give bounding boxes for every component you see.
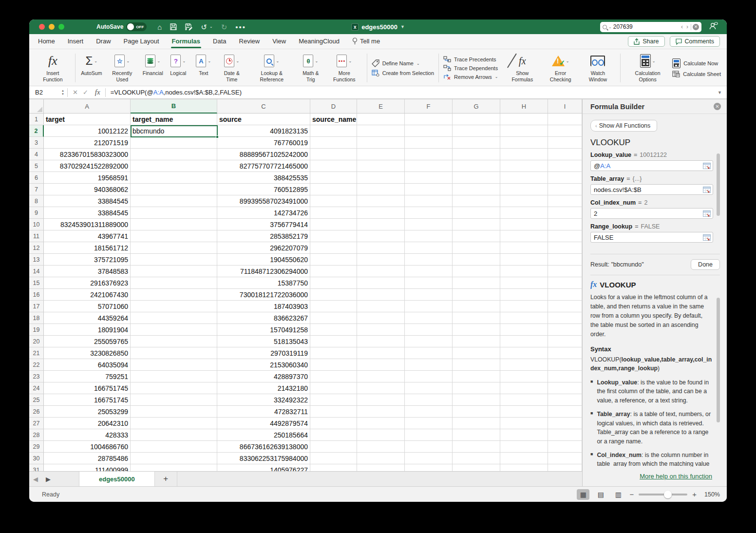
cell-I31[interactable] <box>548 464 582 471</box>
cell-B12[interactable] <box>131 242 217 254</box>
cell-A20[interactable]: 255059765 <box>44 336 131 347</box>
cell-E30[interactable] <box>357 453 405 464</box>
cell-B19[interactable] <box>131 324 217 336</box>
define-name-button[interactable]: Define Name⌄ <box>372 59 434 67</box>
cell-A10[interactable]: 832453901311889000 <box>44 219 131 230</box>
spreadsheet-grid[interactable]: ABCDEFGHI1targettarget_namesourcesource_… <box>29 99 582 471</box>
cell-B15[interactable] <box>131 277 217 289</box>
cell-A26[interactable]: 25053299 <box>44 406 131 418</box>
arg-input-table_array[interactable]: nodes.csv!$A:$B <box>590 184 713 195</box>
cell-A17[interactable]: 57071060 <box>44 301 131 312</box>
cell-D3[interactable] <box>310 137 357 149</box>
more-help-link[interactable]: More help on this function <box>640 473 712 480</box>
name-box-stepper[interactable]: ▲▼ <box>61 89 64 95</box>
watch-window-button[interactable]: Watch Window <box>579 51 617 84</box>
range-selector-icon[interactable] <box>703 210 711 217</box>
row-header-25[interactable]: 25 <box>29 394 44 406</box>
cell-A4[interactable]: 823367015830323000 <box>44 149 131 160</box>
cell-E25[interactable] <box>357 394 405 406</box>
cell-D15[interactable] <box>310 277 357 289</box>
search-input[interactable] <box>613 23 679 30</box>
cell-C16[interactable]: 730018121722036000 <box>217 289 310 301</box>
cell-F27[interactable] <box>405 418 453 429</box>
row-header-9[interactable]: 9 <box>29 207 44 219</box>
cell-B20[interactable] <box>131 336 217 347</box>
tab-data[interactable]: Data <box>213 35 226 48</box>
cell-A28[interactable]: 428333 <box>44 429 131 441</box>
cell-C15[interactable]: 15387750 <box>217 277 310 289</box>
row-header-20[interactable]: 20 <box>29 336 44 347</box>
search-clear-button[interactable]: ✕ <box>693 24 699 30</box>
args-scrollbar-thumb[interactable] <box>717 153 720 216</box>
cell-G27[interactable] <box>453 418 500 429</box>
cell-A2[interactable]: 10012122 <box>44 125 131 137</box>
cell-D20[interactable] <box>310 336 357 347</box>
cell-H31[interactable] <box>500 464 548 471</box>
cell-D28[interactable] <box>310 429 357 441</box>
cell-I30[interactable] <box>548 453 582 464</box>
cell-E9[interactable] <box>357 207 405 219</box>
create-from-selection-button[interactable]: Create from Selection <box>372 70 434 76</box>
cell-I14[interactable] <box>548 266 582 277</box>
math-trig-button[interactable]: θ⌄ Math & Trig <box>296 51 325 84</box>
undo-chevron-icon[interactable]: ⌄ <box>209 25 213 29</box>
cell-I13[interactable] <box>548 254 582 266</box>
row-header-24[interactable]: 24 <box>29 382 44 394</box>
column-header-A[interactable]: A <box>44 99 131 114</box>
cell-C24[interactable]: 21432180 <box>217 382 310 394</box>
zoom-slider-knob[interactable] <box>664 491 672 498</box>
cell-A9[interactable]: 33884545 <box>44 207 131 219</box>
calculate-sheet-button[interactable]: Calculate Sheet <box>672 71 721 77</box>
cell-D27[interactable] <box>310 418 357 429</box>
cell-D13[interactable] <box>310 254 357 266</box>
cell-I2[interactable] <box>548 125 582 137</box>
insert-function-button[interactable]: fx Insert Function <box>34 51 72 85</box>
cell-G21[interactable] <box>453 347 500 359</box>
cell-B16[interactable] <box>131 289 217 301</box>
cell-I10[interactable] <box>548 219 582 230</box>
cell-E20[interactable] <box>357 336 405 347</box>
cell-H2[interactable] <box>500 125 548 137</box>
autosave-toggle[interactable]: OFF <box>126 22 147 31</box>
cell-G11[interactable] <box>453 230 500 242</box>
tab-formulas[interactable]: Formulas <box>172 35 201 48</box>
cell-A19[interactable]: 18091904 <box>44 324 131 336</box>
cell-E28[interactable] <box>357 429 405 441</box>
add-sheet-button[interactable]: + <box>155 472 177 486</box>
cell-B30[interactable] <box>131 453 217 464</box>
cell-I22[interactable] <box>548 359 582 371</box>
cell-B10[interactable] <box>131 219 217 230</box>
sheet-prev-button[interactable]: ◀ <box>29 472 42 486</box>
cell-D30[interactable] <box>310 453 357 464</box>
cell-E8[interactable] <box>357 195 405 207</box>
cell-D5[interactable] <box>310 160 357 172</box>
arg-input-range_lookup[interactable]: FALSE <box>590 232 713 243</box>
row-header-3[interactable]: 3 <box>29 137 44 149</box>
cell-H17[interactable] <box>500 301 548 312</box>
column-header-F[interactable]: F <box>405 99 453 114</box>
cell-G6[interactable] <box>453 172 500 184</box>
cancel-icon[interactable]: ✕ <box>68 89 83 96</box>
undo-button[interactable]: ↺ <box>201 23 207 31</box>
cell-B8[interactable] <box>131 195 217 207</box>
cell-G17[interactable] <box>453 301 500 312</box>
cell-C19[interactable]: 1570491258 <box>217 324 310 336</box>
minimize-button[interactable] <box>49 24 55 30</box>
cell-G1[interactable] <box>453 114 500 125</box>
cell-H19[interactable] <box>500 324 548 336</box>
cell-H1[interactable] <box>500 114 548 125</box>
cell-A30[interactable]: 28785486 <box>44 453 131 464</box>
cell-H23[interactable] <box>500 371 548 382</box>
cell-H4[interactable] <box>500 149 548 160</box>
cell-C27[interactable]: 4492879574 <box>217 418 310 429</box>
cell-G15[interactable] <box>453 277 500 289</box>
cell-B25[interactable] <box>131 394 217 406</box>
cell-G18[interactable] <box>453 312 500 324</box>
cell-B24[interactable] <box>131 382 217 394</box>
cell-I21[interactable] <box>548 347 582 359</box>
cell-E26[interactable] <box>357 406 405 418</box>
cell-E10[interactable] <box>357 219 405 230</box>
tab-draw[interactable]: Draw <box>96 35 111 48</box>
save-icon[interactable] <box>170 23 177 30</box>
formula-fx-icon[interactable]: fx <box>93 88 105 96</box>
